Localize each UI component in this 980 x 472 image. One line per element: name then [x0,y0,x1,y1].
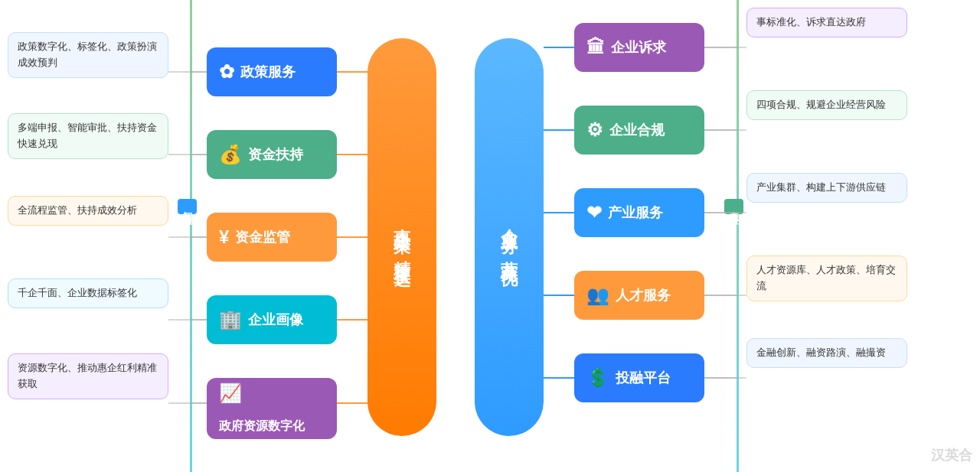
center-right-pill: 企业服务，营商无忧 [475,38,544,436]
left-box-supervision[interactable]: ¥ 资金监管 [207,213,337,262]
left-box-label-1: 政策服务 [240,63,296,81]
right-desc-3: 产业集群、构建上下游供应链 [746,173,907,203]
vline-right [737,0,739,472]
compliance-icon: ⚙ [586,119,603,141]
right-box-talent[interactable]: 👥 人才服务 [574,271,704,320]
fund-icon: 💰 [219,144,242,165]
right-box-label-5: 投融平台 [616,369,671,387]
right-box-label-2: 企业合规 [609,121,665,139]
left-box-resources[interactable]: 📈 政府资源数字化 [207,378,337,439]
right-box-label-4: 人才服务 [616,286,671,304]
diagram-container: 惠企政策，精准直达 企业服务，营商无忧 ✿ 政策服务 💰 资金扶持 ¥ 资金监管… [0,0,980,472]
demands-icon: 🏛 [586,37,605,58]
right-desc-5: 金融创新、融资路演、融撮资 [746,338,907,368]
right-desc-4: 人才资源库、人才政策、培育交流 [746,256,907,301]
left-desc-1: 政策数字化、标签化、政策扮演成效预判 [8,32,168,78]
left-box-label-3: 资金监管 [235,228,290,246]
center-right-text: 企业服务，营商无忧 [498,215,521,259]
right-box-industry[interactable]: ❤ 产业服务 [574,188,704,237]
industry-icon: ❤ [586,202,602,223]
right-box-label-3: 产业服务 [608,203,663,222]
side-label-right: 有求必应 [724,199,743,214]
resources-icon: 📈 [219,382,242,404]
right-box-label-1: 企业诉求 [611,38,666,57]
left-desc-5: 资源数字化、推动惠企红利精准获取 [8,353,168,399]
investment-icon: 💲 [586,367,609,389]
left-box-label-4: 企业画像 [248,311,303,329]
left-box-portrait[interactable]: 🏢 企业画像 [207,295,337,344]
policy-icon: ✿ [219,61,234,83]
right-box-demands[interactable]: 🏛 企业诉求 [574,23,704,72]
talent-icon: 👥 [586,285,609,306]
right-box-compliance[interactable]: ⚙ 企业合规 [574,106,704,155]
center-left-pill: 惠企政策，精准直达 [368,38,436,436]
side-label-left: 智能决策 [178,199,197,214]
left-box-policy[interactable]: ✿ 政策服务 [207,47,337,96]
left-box-label-2: 资金扶持 [248,145,303,164]
left-desc-3: 全流程监管、扶持成效分析 [8,196,168,226]
right-desc-2: 四项合规、规避企业经营风险 [746,90,907,120]
center-left-text: 惠企政策，精准直达 [391,215,413,259]
left-desc-2: 多端申报、智能审批、扶持资金快速兑现 [8,113,168,159]
vline-left [190,0,192,472]
portrait-icon: 🏢 [219,309,242,330]
supervision-icon: ¥ [219,226,229,248]
left-desc-4: 千企千面、企业数据标签化 [8,278,168,308]
right-box-investment[interactable]: 💲 投融平台 [574,353,704,402]
left-box-fund[interactable]: 💰 资金扶持 [207,130,337,179]
watermark: 汉英合 [931,446,972,464]
right-desc-1: 事标准化、诉求直达政府 [746,8,907,37]
left-box-label-5: 政府资源数字化 [219,418,305,435]
